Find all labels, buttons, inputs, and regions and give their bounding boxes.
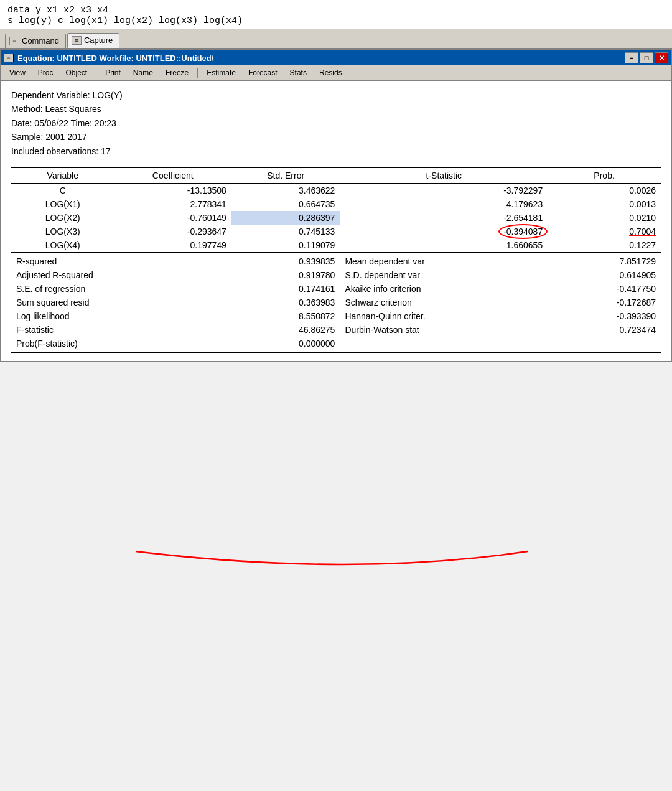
command-line-2: s log(y) c log(x1) log(x2) log(x3) log(x…: [7, 16, 665, 26]
stat-ssresid-value: 0.363983: [231, 296, 340, 309]
stat-loglik-label: Log likelihood: [11, 309, 231, 323]
prob-logx3-underlined: 0.7004: [629, 227, 656, 236]
table-header-row: Variable Coefficient Std. Error t-Statis…: [11, 167, 661, 184]
tstat-logx2: -2.654181: [340, 211, 548, 225]
coef-c: -13.13508: [114, 183, 231, 197]
coef-logx4: 0.197749: [114, 238, 231, 253]
stat-meandep-label: Mean dependent var: [340, 252, 548, 268]
tab-capture-icon: ≡: [72, 36, 82, 45]
table-row-logx3: LOG(X3) -0.293647 0.745133 -0.394087 0.7…: [11, 225, 661, 238]
tab-bar: ≡ Command ≡ Capture: [0, 29, 672, 49]
command-line-1: data y x1 x2 x3 x4: [7, 5, 665, 16]
toolbar-print[interactable]: Print: [100, 67, 126, 79]
observations: Included observations: 17: [11, 144, 661, 158]
col-prob: Prob.: [548, 167, 661, 184]
stats-row: Log likelihood 8.550872 Hannan-Quinn cri…: [11, 309, 661, 323]
equation-titlebar: ≡ Equation: UNTITLED Workfile: UNTITLED:…: [1, 50, 671, 65]
col-coefficient: Coefficient: [114, 167, 231, 184]
stat-schwarz-label: Schwarz criterion: [340, 296, 548, 309]
toolbar-resids[interactable]: Resids: [314, 67, 348, 79]
stat-akaike-label: Akaike info criterion: [340, 282, 548, 296]
regression-info: Dependent Variable: LOG(Y) Method: Least…: [11, 88, 661, 158]
stat-hannan-label: Hannan-Quinn criter.: [340, 309, 548, 323]
table-row: LOG(X1) 2.778341 0.664735 4.179623 0.001…: [11, 197, 661, 211]
toolbar-stats[interactable]: Stats: [284, 67, 312, 79]
tab-capture-label: Capture: [84, 35, 113, 45]
se-logx2-highlighted: 0.286397: [231, 211, 340, 225]
stat-loglik-value: 8.550872: [231, 309, 340, 323]
tab-command[interactable]: ≡ Command: [5, 34, 66, 48]
col-std-error: Std. Error: [231, 167, 340, 184]
coef-logx3: -0.293647: [114, 225, 231, 238]
stat-empty-2: [548, 337, 661, 353]
stats-row: S.E. of regression 0.174161 Akaike info …: [11, 282, 661, 296]
stat-adjrsquared-label: Adjusted R-squared: [11, 268, 231, 282]
stats-row: Sum squared resid 0.363983 Schwarz crite…: [11, 296, 661, 309]
stats-row: R-squared 0.939835 Mean dependent var 7.…: [11, 252, 661, 268]
table-row: LOG(X4) 0.197749 0.119079 1.660655 0.122…: [11, 238, 661, 253]
stat-hannan-value: -0.393390: [548, 309, 661, 323]
stat-schwarz-value: -0.172687: [548, 296, 661, 309]
stat-sereg-label: S.E. of regression: [11, 282, 231, 296]
stats-row: F-statistic 46.86275 Durbin-Watson stat …: [11, 323, 661, 337]
minimize-button[interactable]: −: [625, 52, 638, 63]
stat-meandep-value: 7.851729: [548, 252, 661, 268]
coef-logx2: -0.760149: [114, 211, 231, 225]
prob-logx2: 0.0210: [548, 211, 661, 225]
equation-content: Dependent Variable: LOG(Y) Method: Least…: [1, 81, 671, 361]
var-logx4: LOG(X4): [11, 238, 114, 253]
stats-row: Adjusted R-squared 0.919780 S.D. depende…: [11, 268, 661, 282]
se-logx4: 0.119079: [231, 238, 340, 253]
var-logx3: LOG(X3): [11, 225, 114, 238]
prob-logx1: 0.0013: [548, 197, 661, 211]
toolbar-proc[interactable]: Proc: [32, 67, 59, 79]
method: Method: Least Squares: [11, 102, 661, 116]
stat-sddep-value: 0.614905: [548, 268, 661, 282]
toolbar-separator-1: [96, 68, 96, 78]
toolbar-separator-2: [197, 68, 198, 78]
regression-table: Variable Coefficient Std. Error t-Statis…: [11, 167, 661, 353]
tstat-logx3-circled: -0.394087: [503, 227, 543, 236]
tab-command-label: Command: [22, 36, 59, 45]
toolbar-estimate[interactable]: Estimate: [201, 67, 241, 79]
var-c: C: [11, 183, 114, 197]
tstat-logx1: 4.179623: [340, 197, 548, 211]
stat-rsquared-value: 0.939835: [231, 252, 340, 268]
stat-probf-label: Prob(F-statistic): [11, 337, 231, 353]
var-logx2: LOG(X2): [11, 211, 114, 225]
date-time: Date: 05/06/22 Time: 20:23: [11, 116, 661, 130]
tab-capture[interactable]: ≡ Capture: [67, 33, 119, 48]
stat-ssresid-label: Sum squared resid: [11, 296, 231, 309]
toolbar-name[interactable]: Name: [128, 67, 159, 79]
coef-logx1: 2.778341: [114, 197, 231, 211]
toolbar-view[interactable]: View: [4, 67, 31, 79]
sample: Sample: 2001 2017: [11, 130, 661, 144]
prob-logx4: 0.1227: [548, 238, 661, 253]
equation-toolbar: View Proc Object Print Name Freeze Estim…: [1, 65, 671, 81]
col-t-statistic: t-Statistic: [340, 167, 548, 184]
tab-command-icon: ≡: [9, 37, 19, 45]
toolbar-freeze[interactable]: Freeze: [160, 67, 194, 79]
stat-fstat-label: F-statistic: [11, 323, 231, 337]
stat-rsquared-label: R-squared: [11, 252, 231, 268]
toolbar-forecast[interactable]: Forecast: [243, 67, 283, 79]
toolbar-object[interactable]: Object: [60, 67, 93, 79]
stat-akaike-value: -0.417750: [548, 282, 661, 296]
tstat-logx3: -0.394087: [340, 225, 548, 238]
maximize-button[interactable]: □: [640, 52, 653, 63]
window-controls: − □ ✕: [625, 52, 668, 63]
equation-window: ≡ Equation: UNTITLED Workfile: UNTITLED:…: [0, 49, 672, 362]
col-variable: Variable: [11, 167, 114, 184]
tstat-c: -3.792297: [340, 183, 548, 197]
dependent-variable: Dependent Variable: LOG(Y): [11, 88, 661, 102]
regression-table-container: Variable Coefficient Std. Error t-Statis…: [11, 167, 661, 353]
equation-title: Equation: UNTITLED Workfile: UNTITLED::U…: [17, 54, 621, 63]
prob-c: 0.0026: [548, 183, 661, 197]
stat-empty-1: [340, 337, 548, 353]
close-button[interactable]: ✕: [655, 52, 668, 63]
stat-sereg-value: 0.174161: [231, 282, 340, 296]
se-logx1: 0.664735: [231, 197, 340, 211]
stats-row: Prob(F-statistic) 0.000000: [11, 337, 661, 353]
se-c: 3.463622: [231, 183, 340, 197]
se-logx3: 0.745133: [231, 225, 340, 238]
